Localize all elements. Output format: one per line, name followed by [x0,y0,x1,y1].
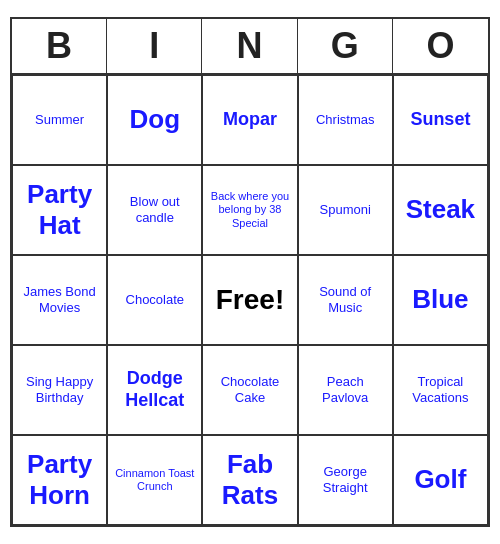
bingo-cell: Cinnamon Toast Crunch [107,435,202,525]
header-letter: N [202,19,297,73]
cell-text: Fab Rats [207,449,292,511]
bingo-cell: George Straight [298,435,393,525]
cell-text: Steak [406,194,475,225]
cell-text: Mopar [223,109,277,131]
bingo-cell: Blow out candle [107,165,202,255]
cell-text: Tropical Vacations [398,374,483,405]
cell-text: James Bond Movies [17,284,102,315]
bingo-cell: Steak [393,165,488,255]
cell-text: Blue [412,284,468,315]
cell-text: Free! [216,283,284,317]
cell-text: George Straight [303,464,388,495]
bingo-cell: Chocolate Cake [202,345,297,435]
bingo-cell: Sing Happy Birthday [12,345,107,435]
cell-text: Party Hat [17,179,102,241]
bingo-card: BINGO SummerDogMoparChristmasSunsetParty… [10,17,490,527]
header-letter: I [107,19,202,73]
bingo-cell: Golf [393,435,488,525]
bingo-header: BINGO [12,19,488,75]
cell-text: Cinnamon Toast Crunch [112,467,197,493]
bingo-cell: Chocolate [107,255,202,345]
cell-text: Peach Pavlova [303,374,388,405]
cell-text: Christmas [316,112,375,128]
cell-text: Back where you belong by 38 Special [207,190,292,230]
bingo-cell: Blue [393,255,488,345]
cell-text: Golf [414,464,466,495]
cell-text: Chocolate [126,292,185,308]
bingo-cell: Sunset [393,75,488,165]
bingo-cell: Party Horn [12,435,107,525]
cell-text: Spumoni [320,202,371,218]
bingo-cell: James Bond Movies [12,255,107,345]
cell-text: Party Horn [17,449,102,511]
cell-text: Dog [130,104,181,135]
cell-text: Sing Happy Birthday [17,374,102,405]
bingo-cell: Sound of Music [298,255,393,345]
bingo-cell: Mopar [202,75,297,165]
bingo-cell: Tropical Vacations [393,345,488,435]
bingo-cell: Back where you belong by 38 Special [202,165,297,255]
bingo-cell: Summer [12,75,107,165]
header-letter: G [298,19,393,73]
bingo-cell: Party Hat [12,165,107,255]
cell-text: Blow out candle [112,194,197,225]
bingo-cell: Dog [107,75,202,165]
bingo-cell: Christmas [298,75,393,165]
bingo-cell: Spumoni [298,165,393,255]
bingo-cell: Free! [202,255,297,345]
bingo-cell: Dodge Hellcat [107,345,202,435]
bingo-cell: Fab Rats [202,435,297,525]
cell-text: Sunset [410,109,470,131]
cell-text: Chocolate Cake [207,374,292,405]
cell-text: Dodge Hellcat [112,368,197,411]
cell-text: Sound of Music [303,284,388,315]
bingo-grid: SummerDogMoparChristmasSunsetParty HatBl… [12,75,488,525]
cell-text: Summer [35,112,84,128]
header-letter: O [393,19,488,73]
bingo-cell: Peach Pavlova [298,345,393,435]
header-letter: B [12,19,107,73]
